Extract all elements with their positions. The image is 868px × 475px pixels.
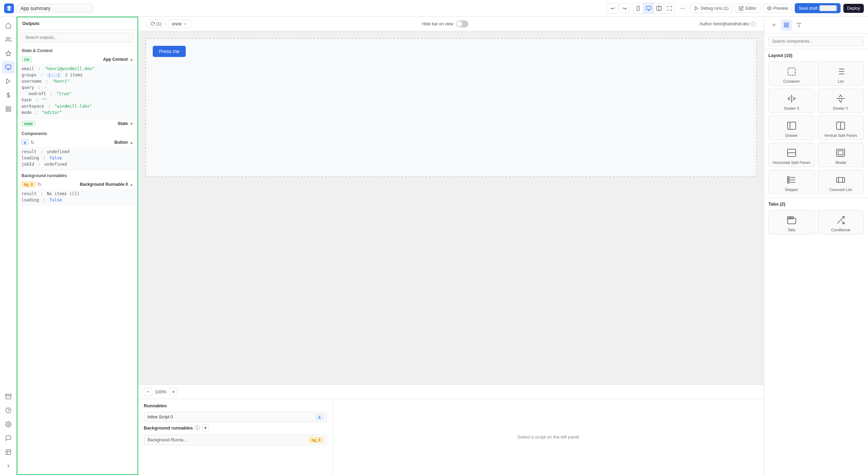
undo-button[interactable]: ↩ [608, 3, 618, 14]
editor-button[interactable]: Editor [735, 4, 760, 13]
sidebar-icon-archive[interactable] [2, 390, 15, 403]
component-card-stepper[interactable]: Stepper [768, 170, 815, 194]
view-desktop-button[interactable] [643, 3, 654, 14]
svg-rect-29 [787, 23, 788, 25]
canvas-frame: Press me [145, 38, 757, 177]
svg-rect-30 [784, 25, 786, 27]
sidebar-icon-chat[interactable] [2, 432, 15, 444]
right-tab-add[interactable] [768, 19, 779, 31]
right-tab-settings[interactable] [793, 19, 804, 31]
bg-runnables-section-title: Background runnables i + [144, 424, 327, 431]
ctx-hash-row: hash : "" [22, 97, 133, 103]
inline-script-item[interactable]: Inline Script 0 a [144, 412, 327, 422]
hide-bar-toggle-area: Hide bar on view [422, 20, 468, 27]
svg-rect-19 [5, 394, 11, 395]
bg-collapse-button[interactable]: ▲ [130, 183, 133, 186]
tabs-section: Tabs (2) Tabs Conditional [764, 198, 868, 238]
component-card-tabs-list[interactable]: Tabs [768, 210, 815, 234]
component-card-list[interactable]: List [818, 61, 864, 86]
component-card-drawer[interactable]: Drawer [768, 116, 815, 140]
ctx-collapse-button[interactable]: ▲ [130, 58, 133, 61]
stepper-icon [785, 174, 798, 186]
component-card-container[interactable]: Container [768, 61, 815, 86]
sidebar-icon-users[interactable] [2, 33, 15, 46]
topbar: ↩ ↪ ··· Debug runs (1) Editor Preview Sa… [0, 0, 868, 17]
debug-runs-button[interactable]: Debug runs (1) [690, 4, 732, 13]
sidebar-icon-apps[interactable] [2, 61, 15, 74]
more-options-button[interactable]: ··· [678, 3, 687, 13]
bg-runnables-info-icon[interactable]: i [195, 425, 200, 430]
svg-rect-54 [787, 177, 789, 178]
zoom-out-button[interactable]: − [144, 388, 152, 396]
sidebar-icon-clock[interactable] [2, 404, 15, 417]
comp-collapse-button[interactable]: ▲ [130, 141, 133, 144]
tabs-components-grid: Tabs Conditional [768, 210, 864, 234]
state-collapse-button[interactable]: ▼ [130, 122, 133, 126]
right-panel-tabs [764, 17, 868, 34]
component-card-conditional[interactable]: Conditional [818, 210, 864, 234]
search-components-input[interactable] [768, 36, 864, 46]
right-tab-components[interactable] [781, 19, 792, 31]
sidebar-icon-arrow-right[interactable] [2, 460, 15, 472]
svg-rect-1 [646, 6, 651, 9]
bg-runnable-item[interactable]: Background Runna... bg_0 [144, 435, 327, 445]
zoom-in-button[interactable]: + [169, 388, 177, 396]
sidebar-icon-home[interactable] [2, 19, 15, 32]
bg-runnable-title: Background Runnable 0 [44, 182, 128, 187]
app-title-input[interactable] [17, 4, 93, 13]
view-fullscreen-button[interactable] [664, 3, 675, 14]
redo-button[interactable]: ↪ [619, 3, 630, 14]
sidebar-icon-play[interactable] [2, 75, 15, 88]
once-select[interactable]: once [168, 19, 191, 28]
component-card-carousel-list[interactable]: Carousel List [818, 170, 864, 194]
ctx-groups-expand[interactable]: [...] [47, 73, 61, 77]
preview-button[interactable]: Preview [763, 4, 792, 13]
app-context-title: App Context [34, 57, 128, 62]
view-split-button[interactable] [654, 3, 664, 14]
svg-rect-10 [6, 65, 11, 69]
press-me-button[interactable]: Press me [153, 46, 186, 57]
modal-icon [834, 147, 847, 159]
sidebar-icon-settings[interactable] [2, 418, 15, 431]
comp-a-tag: a [22, 140, 28, 145]
bg-refresh-icon[interactable]: ↻ [37, 182, 42, 187]
canvas-zoom: − 100% + [138, 384, 764, 399]
deploy-button[interactable]: Deploy [843, 4, 864, 13]
svg-marker-13 [6, 79, 10, 84]
ctx-username-row: username : "henri" [22, 78, 133, 84]
refresh-button[interactable]: (1) [147, 20, 165, 28]
bg-fields: result : No items ([]) loading : false [17, 189, 137, 206]
sidebar-icon-grid[interactable] [2, 103, 15, 115]
component-card-divider-y[interactable]: Divider Y [818, 89, 864, 113]
svg-rect-18 [9, 110, 10, 111]
component-card-vertical-split[interactable]: Vertical Split Panes [818, 116, 864, 140]
svg-point-8 [6, 37, 8, 39]
component-card-modal[interactable]: Modal [818, 143, 864, 167]
hide-bar-toggle[interactable] [456, 20, 468, 27]
ctx-tag: ctx [22, 57, 32, 62]
view-mobile-button[interactable] [633, 3, 643, 14]
save-draft-button[interactable]: Save draft Ctrl S [795, 3, 840, 13]
vertical-split-icon [834, 119, 847, 132]
author-info-icon[interactable]: i [751, 22, 756, 26]
comp-refresh-icon[interactable]: ↻ [31, 140, 35, 145]
svg-rect-17 [6, 110, 8, 111]
comp-button-title: Button [37, 140, 128, 145]
bg-section-header: bg_0 ↻ Background Runnable 0 ▲ [17, 180, 137, 189]
canvas-area: (1) once Hide bar on view Author henri@w… [138, 17, 764, 475]
container-icon [785, 65, 798, 78]
right-panel: Layout (10) Container List [764, 17, 868, 475]
comp-fields: result : undefined loading : false jobId… [17, 147, 137, 170]
sidebar-icon-star[interactable] [2, 47, 15, 60]
bg-runnables-header: Background runnables [17, 170, 137, 180]
ctx-nodraft-row: nodraft : "true" [22, 91, 133, 97]
sidebar-icon-layout[interactable] [2, 446, 15, 458]
search-outputs-input[interactable] [22, 33, 133, 42]
components-grid: Container List Divider X [768, 61, 864, 194]
component-card-divider-x[interactable]: Divider X [768, 89, 815, 113]
svg-rect-57 [837, 177, 845, 182]
sidebar-icon-dollar[interactable] [2, 89, 15, 101]
tabs-section-title: Tabs (2) [768, 201, 864, 207]
component-card-horizontal-split[interactable]: Horizontal Split Panes [768, 143, 815, 167]
bg-add-button[interactable]: + [202, 424, 209, 431]
